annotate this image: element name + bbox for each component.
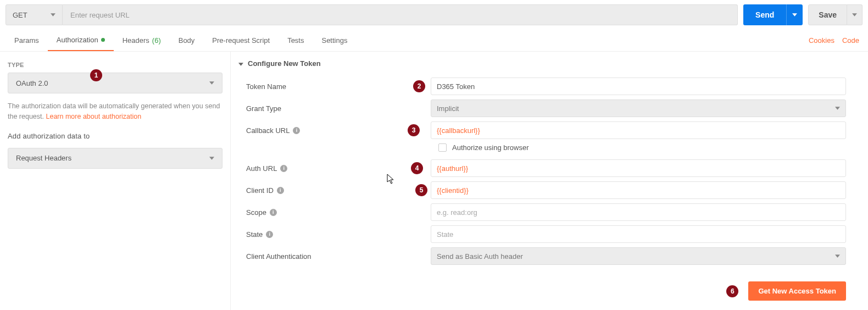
authorize-browser-checkbox[interactable] — [438, 143, 447, 152]
tab-label: Pre-request Script — [212, 36, 270, 45]
tab-label: Body — [179, 36, 195, 45]
save-dropdown-button[interactable] — [847, 4, 863, 25]
row-token-name: Token Name 2 — [246, 75, 846, 97]
request-tabs: Params Authorization Headers (6) Body Pr… — [0, 30, 868, 52]
chevron-down-icon — [209, 81, 214, 85]
tab-settings[interactable]: Settings — [313, 30, 356, 51]
add-auth-to-value: Request Headers — [16, 154, 71, 162]
get-access-token-button[interactable]: Get New Access Token — [748, 281, 846, 301]
auth-type-select[interactable]: OAuth 2.0 — [8, 73, 222, 93]
row-state: State i — [246, 223, 846, 245]
tab-params[interactable]: Params — [5, 30, 48, 51]
code-link[interactable]: Code — [842, 36, 859, 45]
chevron-down-icon — [209, 157, 214, 160]
chevron-down-icon — [51, 13, 55, 16]
client-auth-select[interactable]: Send as Basic Auth header — [431, 247, 846, 265]
field-label: Client Authentication — [246, 252, 311, 261]
cookies-link[interactable]: Cookies — [809, 36, 834, 45]
auth-help-text: The authorization data will be automatic… — [8, 101, 222, 122]
row-authorize-browser: Authorize using browser — [431, 141, 846, 157]
grant-type-value: Implicit — [437, 104, 459, 113]
request-bar: GET Send Save — [0, 0, 868, 30]
scope-input[interactable] — [431, 203, 846, 221]
url-input-wrap — [63, 4, 738, 25]
tab-count: (6) — [152, 36, 161, 45]
add-to-label: Add authorization data to — [8, 132, 222, 140]
auth-url-input[interactable] — [431, 159, 846, 177]
row-auth-url: Auth URL i 4 — [246, 157, 846, 179]
field-label: Scope — [246, 208, 266, 217]
annotation-badge: 2 — [413, 80, 425, 92]
token-form: Token Name 2 Grant Type Implicit Callbac… — [246, 75, 846, 301]
client-auth-value: Send as Basic Auth header — [437, 252, 523, 261]
tab-label: Params — [14, 36, 39, 45]
client-id-input[interactable] — [431, 181, 846, 199]
info-icon[interactable]: i — [277, 187, 284, 194]
field-label: Client ID — [246, 186, 274, 195]
field-label: Token Name — [246, 82, 286, 91]
auth-panel: TYPE OAuth 2.0 1 The authorization data … — [0, 52, 868, 310]
send-dropdown-button[interactable] — [786, 4, 803, 25]
row-scope: Scope i — [246, 201, 846, 223]
learn-more-link[interactable]: Learn more about authorization — [46, 113, 142, 120]
auth-right-pane: Configure New Token Token Name 2 Grant T… — [231, 52, 868, 310]
method-value: GET — [13, 11, 27, 19]
tab-tests[interactable]: Tests — [279, 30, 313, 51]
callback-url-input[interactable] — [431, 121, 846, 139]
tab-label: Headers — [123, 36, 149, 45]
send-button[interactable]: Send — [743, 4, 786, 25]
configure-token-header[interactable]: Configure New Token — [238, 57, 846, 75]
state-input[interactable] — [431, 225, 846, 243]
tab-label: Authorization — [57, 36, 98, 44]
tab-prerequest[interactable]: Pre-request Script — [203, 30, 279, 51]
add-auth-to-select[interactable]: Request Headers — [8, 148, 222, 169]
tab-body[interactable]: Body — [170, 30, 204, 51]
method-select[interactable]: GET — [5, 4, 63, 25]
token-name-input[interactable] — [431, 78, 846, 95]
grant-type-select[interactable]: Implicit — [431, 99, 846, 117]
annotation-badge: 1 — [90, 69, 102, 81]
tab-authorization[interactable]: Authorization — [48, 30, 114, 51]
tabs-right-links: Cookies Code — [809, 36, 863, 45]
info-icon[interactable]: i — [270, 209, 277, 216]
annotation-badge: 4 — [411, 162, 423, 174]
annotation-badge: 5 — [415, 184, 427, 196]
chevron-down-icon — [835, 107, 840, 110]
tab-label: Tests — [287, 36, 304, 45]
field-label: Callback URL — [246, 126, 290, 135]
token-action-row: 6 Get New Access Token — [246, 281, 846, 301]
tab-headers[interactable]: Headers (6) — [114, 30, 170, 51]
row-client-id: Client ID i 5 — [246, 179, 846, 201]
section-title: Configure New Token — [248, 59, 321, 68]
auth-left-pane: TYPE OAuth 2.0 1 The authorization data … — [0, 52, 231, 310]
annotation-badge: 6 — [726, 285, 738, 297]
checkbox-label: Authorize using browser — [452, 143, 528, 152]
info-icon[interactable]: i — [280, 165, 287, 172]
chevron-down-icon — [238, 59, 243, 68]
info-icon[interactable]: i — [266, 231, 273, 238]
field-label: Auth URL — [246, 164, 277, 173]
send-button-group: Send — [743, 4, 803, 25]
field-label: State — [246, 230, 263, 239]
row-callback-url: Callback URL i 3 — [246, 119, 846, 141]
status-dot-icon — [101, 38, 105, 42]
chevron-down-icon — [835, 254, 840, 258]
tab-label: Settings — [321, 36, 347, 45]
info-icon[interactable]: i — [293, 127, 300, 134]
auth-type-value: OAuth 2.0 — [16, 79, 48, 87]
annotation-badge: 3 — [408, 124, 420, 136]
save-button-group: Save — [808, 4, 863, 25]
row-client-auth: Client Authentication Send as Basic Auth… — [246, 245, 846, 267]
save-button[interactable]: Save — [808, 4, 847, 25]
field-label: Grant Type — [246, 104, 281, 113]
row-grant-type: Grant Type Implicit — [246, 97, 846, 119]
type-label: TYPE — [8, 62, 222, 68]
url-input[interactable] — [63, 4, 738, 25]
